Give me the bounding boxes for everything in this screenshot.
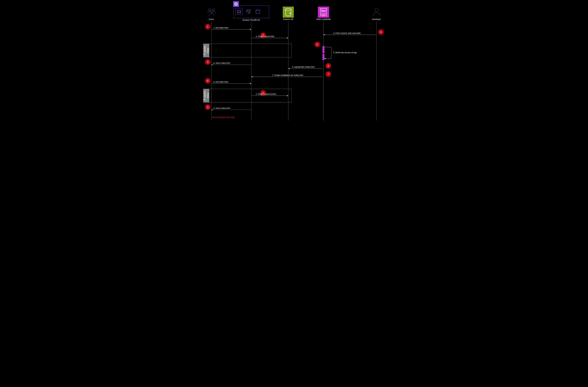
msg-3: 3. return index.html: [213, 62, 230, 64]
msg-5: 5. Build new version of app: [333, 51, 357, 54]
msg-4: 4. Push commit, start new build: [333, 32, 360, 34]
cache-miss-label-2: If cache miss: [203, 89, 209, 102]
cache-miss-label-1: If cache miss: [203, 44, 209, 57]
svg-rect-38: [322, 54, 324, 60]
step-badge-3: 3: [205, 59, 210, 65]
step-badge-5: 5: [315, 42, 320, 47]
step-badge-4: 4: [378, 29, 383, 35]
msg-6: 6. Upload files /index.html: [292, 66, 315, 68]
svg-rect-37: [322, 46, 324, 53]
step-badge-3b: 3: [205, 104, 210, 110]
step-badge-1: 1: [205, 24, 210, 29]
step-badge-7: 7: [326, 71, 331, 77]
new-version-note: New version served!: [212, 116, 235, 119]
svg-rect-27: [203, 44, 292, 57]
step-badge-6: 6: [326, 63, 331, 69]
msg-2b: 2. Origin request (miss): [256, 93, 276, 95]
msg-1: 1. Get index.html: [213, 27, 228, 29]
sequence-diagram: Users Amazon CloudFront Amazon S3 AWS Co…: [202, 0, 386, 121]
msg-2: 2. Origin request (hit): [256, 35, 274, 38]
step-badge-8: 8: [205, 78, 210, 83]
msg-3b: 3. return index.html: [213, 107, 230, 109]
diagram-lines: [202, 0, 386, 121]
msg-7: 7. Create invalidation for /index.html: [272, 74, 303, 76]
msg-8: 8. Get index.html: [213, 81, 228, 83]
